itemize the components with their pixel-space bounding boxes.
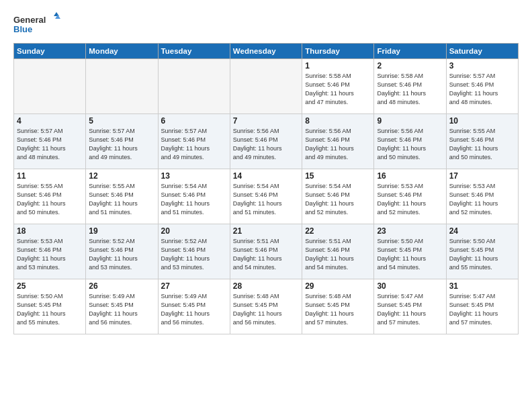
cell-info: Sunrise: 5:54 AMSunset: 5:46 PMDaylight:… (161, 182, 227, 217)
day-number: 14 (233, 171, 299, 181)
cell-info: Sunrise: 5:50 AMSunset: 5:45 PMDaylight:… (449, 237, 515, 272)
calendar-cell: 4Sunrise: 5:57 AMSunset: 5:46 PMDaylight… (14, 114, 86, 169)
cell-info: Sunrise: 5:55 AMSunset: 5:46 PMDaylight:… (89, 182, 154, 217)
calendar-week-3: 11Sunrise: 5:55 AMSunset: 5:46 PMDayligh… (14, 169, 519, 224)
cell-info: Sunrise: 5:57 AMSunset: 5:46 PMDaylight:… (161, 127, 227, 162)
calendar-cell: 26Sunrise: 5:49 AMSunset: 5:45 PMDayligh… (86, 279, 158, 334)
calendar-cell: 20Sunrise: 5:52 AMSunset: 5:46 PMDayligh… (158, 224, 230, 279)
day-number: 24 (449, 226, 515, 236)
day-number: 20 (161, 226, 227, 236)
calendar-cell: 24Sunrise: 5:50 AMSunset: 5:45 PMDayligh… (446, 224, 518, 279)
day-number: 25 (17, 281, 83, 291)
calendar-cell: 2Sunrise: 5:58 AMSunset: 5:46 PMDaylight… (374, 59, 446, 114)
day-number: 19 (89, 226, 154, 236)
cell-info: Sunrise: 5:58 AMSunset: 5:46 PMDaylight:… (377, 72, 443, 107)
day-number: 17 (449, 171, 515, 181)
day-number: 28 (233, 281, 299, 291)
cell-info: Sunrise: 5:54 AMSunset: 5:46 PMDaylight:… (233, 182, 299, 217)
calendar-cell: 21Sunrise: 5:51 AMSunset: 5:46 PMDayligh… (230, 224, 302, 279)
cell-info: Sunrise: 5:56 AMSunset: 5:46 PMDaylight:… (377, 127, 443, 162)
cell-info: Sunrise: 5:53 AMSunset: 5:46 PMDaylight:… (17, 237, 83, 272)
calendar-cell: 14Sunrise: 5:54 AMSunset: 5:46 PMDayligh… (230, 169, 302, 224)
calendar-week-4: 18Sunrise: 5:53 AMSunset: 5:46 PMDayligh… (14, 224, 519, 279)
cell-info: Sunrise: 5:53 AMSunset: 5:46 PMDaylight:… (449, 182, 515, 217)
calendar-cell (158, 59, 230, 114)
cell-info: Sunrise: 5:49 AMSunset: 5:45 PMDaylight:… (89, 292, 154, 327)
calendar-week-2: 4Sunrise: 5:57 AMSunset: 5:46 PMDaylight… (14, 114, 519, 169)
cell-info: Sunrise: 5:48 AMSunset: 5:45 PMDaylight:… (233, 292, 299, 327)
day-number: 29 (305, 281, 371, 291)
day-number: 1 (305, 61, 371, 71)
day-number: 22 (305, 226, 371, 236)
calendar-cell: 10Sunrise: 5:55 AMSunset: 5:46 PMDayligh… (446, 114, 518, 169)
cell-info: Sunrise: 5:57 AMSunset: 5:46 PMDaylight:… (449, 72, 515, 107)
day-number: 4 (17, 116, 83, 126)
cell-info: Sunrise: 5:48 AMSunset: 5:45 PMDaylight:… (305, 292, 371, 327)
day-number: 26 (89, 281, 154, 291)
day-number: 11 (17, 171, 83, 181)
day-number: 15 (305, 171, 371, 181)
calendar-cell: 30Sunrise: 5:47 AMSunset: 5:45 PMDayligh… (374, 279, 446, 334)
day-number: 9 (377, 116, 443, 126)
calendar-cell: 13Sunrise: 5:54 AMSunset: 5:46 PMDayligh… (158, 169, 230, 224)
day-number: 23 (377, 226, 443, 236)
day-header-friday: Friday (374, 44, 446, 59)
cell-info: Sunrise: 5:47 AMSunset: 5:45 PMDaylight:… (377, 292, 443, 327)
day-number: 13 (161, 171, 227, 181)
cell-info: Sunrise: 5:49 AMSunset: 5:45 PMDaylight:… (161, 292, 227, 327)
cell-info: Sunrise: 5:52 AMSunset: 5:46 PMDaylight:… (89, 237, 154, 272)
calendar-cell (86, 59, 158, 114)
day-header-monday: Monday (86, 44, 158, 59)
svg-text:Blue: Blue (13, 24, 32, 34)
cell-info: Sunrise: 5:54 AMSunset: 5:46 PMDaylight:… (305, 182, 371, 217)
day-number: 12 (89, 171, 154, 181)
cell-info: Sunrise: 5:51 AMSunset: 5:46 PMDaylight:… (233, 237, 299, 272)
calendar-cell: 22Sunrise: 5:51 AMSunset: 5:46 PMDayligh… (302, 224, 374, 279)
calendar-week-5: 25Sunrise: 5:50 AMSunset: 5:45 PMDayligh… (14, 279, 519, 334)
day-header-sunday: Sunday (14, 44, 86, 59)
calendar-cell: 11Sunrise: 5:55 AMSunset: 5:46 PMDayligh… (14, 169, 86, 224)
cell-info: Sunrise: 5:56 AMSunset: 5:46 PMDaylight:… (233, 127, 299, 162)
calendar-cell: 12Sunrise: 5:55 AMSunset: 5:46 PMDayligh… (86, 169, 158, 224)
calendar-cell: 31Sunrise: 5:47 AMSunset: 5:45 PMDayligh… (446, 279, 518, 334)
logo-svg: General Blue (13, 12, 60, 36)
day-number: 6 (161, 116, 227, 126)
cell-info: Sunrise: 5:57 AMSunset: 5:46 PMDaylight:… (89, 127, 154, 162)
calendar-cell: 6Sunrise: 5:57 AMSunset: 5:46 PMDaylight… (158, 114, 230, 169)
cell-info: Sunrise: 5:55 AMSunset: 5:46 PMDaylight:… (449, 127, 515, 162)
calendar-cell: 23Sunrise: 5:50 AMSunset: 5:45 PMDayligh… (374, 224, 446, 279)
cell-info: Sunrise: 5:52 AMSunset: 5:46 PMDaylight:… (161, 237, 227, 272)
day-header-tuesday: Tuesday (158, 44, 230, 59)
calendar-cell (14, 59, 86, 114)
day-header-saturday: Saturday (446, 44, 518, 59)
calendar-cell: 27Sunrise: 5:49 AMSunset: 5:45 PMDayligh… (158, 279, 230, 334)
day-number: 27 (161, 281, 227, 291)
calendar-cell: 8Sunrise: 5:56 AMSunset: 5:46 PMDaylight… (302, 114, 374, 169)
logo: General Blue (13, 12, 60, 36)
calendar-cell: 1Sunrise: 5:58 AMSunset: 5:46 PMDaylight… (302, 59, 374, 114)
day-number: 18 (17, 226, 83, 236)
day-header-thursday: Thursday (302, 44, 374, 59)
day-number: 3 (449, 61, 515, 71)
cell-info: Sunrise: 5:53 AMSunset: 5:46 PMDaylight:… (377, 182, 443, 217)
cell-info: Sunrise: 5:55 AMSunset: 5:46 PMDaylight:… (17, 182, 83, 217)
page: General Blue SundayMondayTuesdayWednesda… (0, 0, 532, 411)
calendar-cell: 18Sunrise: 5:53 AMSunset: 5:46 PMDayligh… (14, 224, 86, 279)
day-number: 16 (377, 171, 443, 181)
calendar-cell: 17Sunrise: 5:53 AMSunset: 5:46 PMDayligh… (446, 169, 518, 224)
calendar-cell: 19Sunrise: 5:52 AMSunset: 5:46 PMDayligh… (86, 224, 158, 279)
svg-marker-2 (54, 12, 59, 16)
calendar-week-1: 1Sunrise: 5:58 AMSunset: 5:46 PMDaylight… (14, 59, 519, 114)
calendar-cell: 5Sunrise: 5:57 AMSunset: 5:46 PMDaylight… (86, 114, 158, 169)
day-number: 8 (305, 116, 371, 126)
cell-info: Sunrise: 5:51 AMSunset: 5:46 PMDaylight:… (305, 237, 371, 272)
cell-info: Sunrise: 5:50 AMSunset: 5:45 PMDaylight:… (17, 292, 83, 327)
calendar-cell (230, 59, 302, 114)
day-number: 30 (377, 281, 443, 291)
day-number: 31 (449, 281, 515, 291)
calendar-cell: 16Sunrise: 5:53 AMSunset: 5:46 PMDayligh… (374, 169, 446, 224)
day-number: 21 (233, 226, 299, 236)
calendar-cell: 25Sunrise: 5:50 AMSunset: 5:45 PMDayligh… (14, 279, 86, 334)
calendar-table: SundayMondayTuesdayWednesdayThursdayFrid… (13, 43, 519, 334)
cell-info: Sunrise: 5:56 AMSunset: 5:46 PMDaylight:… (305, 127, 371, 162)
